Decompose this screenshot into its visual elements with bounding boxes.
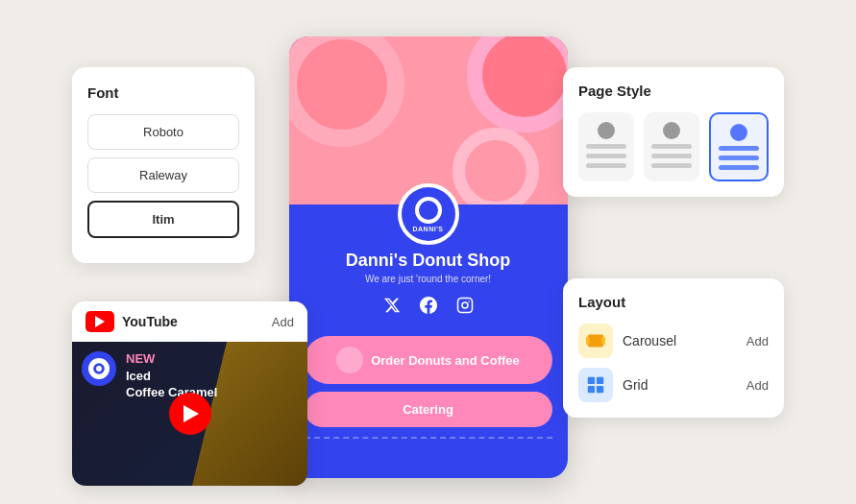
font-raleway-btn[interactable]: Raleway	[87, 157, 239, 193]
mobile-logo-area: DANNI'S Danni's Donut Shop We are just '…	[289, 204, 568, 328]
logo-inner: DANNI'S	[402, 187, 455, 241]
grid-add-button[interactable]: Add	[746, 378, 769, 393]
mobile-hero-image	[289, 36, 568, 204]
style-line-9	[719, 165, 759, 170]
youtube-label: YouTube	[122, 314, 178, 329]
svg-point-9	[468, 300, 470, 302]
font-panel-title: Font	[87, 84, 239, 101]
carousel-layout-item: Carousel Add	[578, 324, 769, 358]
mobile-logo: DANNI'S	[398, 183, 459, 245]
style-line-1	[586, 144, 626, 149]
font-panel: Font Roboto Raleway Itim	[72, 67, 255, 263]
youtube-play-inner	[183, 405, 199, 422]
carousel-icon	[585, 330, 606, 351]
x-icon[interactable]	[380, 294, 404, 317]
donut-decoration-3	[452, 128, 539, 204]
cta-buttons: Order Donuts and Coffee Catering	[289, 336, 568, 427]
youtube-new-badge: NEW	[126, 351, 155, 366]
youtube-icon	[86, 311, 114, 332]
page-style-title: Page Style	[578, 83, 769, 99]
carousel-layout-left: Carousel	[578, 324, 676, 358]
style-line-6	[651, 163, 692, 168]
style-option-left[interactable]	[578, 112, 634, 181]
font-itim-btn[interactable]: Itim	[87, 201, 239, 238]
style-options	[578, 112, 769, 181]
shop-name: Danni's Donut Shop	[346, 251, 510, 271]
youtube-play-button[interactable]	[169, 393, 211, 435]
instagram-icon[interactable]	[453, 294, 477, 317]
carousel-label: Carousel	[623, 333, 676, 348]
donut-decoration-1	[289, 36, 404, 147]
svg-rect-2	[601, 337, 605, 344]
grid-layout-left: Grid	[578, 368, 648, 402]
style-option-center[interactable]	[644, 112, 699, 181]
youtube-play-icon	[95, 316, 105, 327]
style-avatar-right	[730, 124, 747, 141]
layout-title: Layout	[578, 294, 769, 310]
svg-point-8	[462, 302, 468, 308]
svg-rect-6	[597, 386, 603, 393]
catering-btn-label: Catering	[403, 402, 453, 417]
svg-rect-5	[588, 386, 595, 393]
shop-tagline: We are just 'round the corner!	[365, 274, 491, 284]
style-line-8	[719, 156, 759, 160]
carousel-add-button[interactable]: Add	[746, 334, 769, 348]
youtube-widget: YouTube Add NEW IcedCoffee Caramel	[72, 301, 307, 486]
carousel-icon-container	[578, 324, 613, 358]
order-btn-label: Order Donuts and Coffee	[371, 353, 520, 368]
svg-point-11	[97, 367, 102, 372]
style-line-7	[719, 146, 759, 151]
grid-icon	[585, 374, 606, 396]
youtube-channel-logo-inner	[88, 358, 110, 379]
youtube-video-title: IcedCoffee Caramel	[126, 369, 217, 401]
font-roboto-btn[interactable]: Roboto	[87, 114, 239, 150]
style-line-3	[586, 163, 626, 168]
style-line-5	[651, 154, 692, 158]
style-avatar-center	[663, 122, 680, 139]
grid-label: Grid	[623, 377, 648, 393]
style-avatar-left	[598, 122, 615, 139]
social-icons	[380, 294, 477, 317]
order-donuts-button[interactable]: Order Donuts and Coffee	[305, 336, 552, 384]
youtube-header: YouTube Add	[72, 301, 307, 342]
donut-decoration-2	[467, 36, 568, 132]
style-line-4	[651, 144, 692, 149]
svg-rect-7	[457, 299, 472, 313]
grid-layout-item: Grid Add	[578, 368, 769, 402]
grid-icon-container	[578, 368, 613, 402]
mobile-preview-card: DANNI'S Danni's Donut Shop We are just '…	[289, 36, 568, 478]
logo-text: DANNI'S	[413, 226, 444, 232]
style-line-2	[586, 154, 626, 158]
facebook-icon[interactable]	[417, 294, 440, 317]
style-option-right[interactable]	[709, 112, 769, 181]
youtube-preview[interactable]: NEW IcedCoffee Caramel	[72, 342, 307, 486]
logo-donut-icon	[415, 197, 442, 224]
youtube-add-button[interactable]: Add	[272, 315, 294, 329]
order-btn-thumb	[336, 347, 363, 373]
svg-rect-0	[588, 335, 604, 348]
catering-button[interactable]: Catering	[305, 392, 552, 427]
svg-rect-1	[586, 337, 590, 344]
page-style-panel: Page Style	[563, 67, 784, 197]
layout-panel: Layout Carousel Add	[563, 278, 784, 418]
svg-rect-4	[597, 377, 603, 384]
youtube-left: YouTube	[86, 311, 178, 332]
youtube-channel-logo	[82, 351, 116, 386]
dashed-divider	[305, 437, 552, 439]
svg-rect-3	[588, 377, 595, 384]
